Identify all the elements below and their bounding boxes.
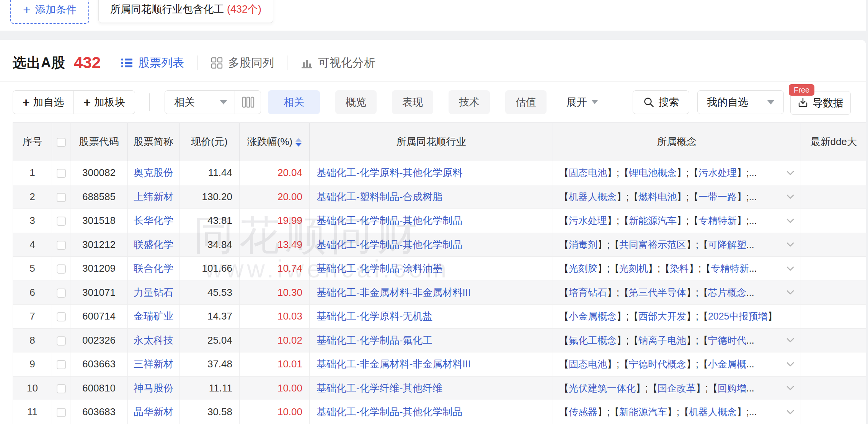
view-tab-1[interactable]: 股票列表 [121, 55, 184, 71]
concept-link[interactable]: 锂电池概念 [629, 167, 677, 178]
industry-link[interactable]: 基础化工-化学纤维-其他纤维 [317, 382, 442, 394]
search-button[interactable]: 搜索 [633, 90, 689, 114]
expand-concepts-chevron[interactable] [785, 383, 795, 393]
concept-link[interactable]: 固态电池 [569, 359, 607, 369]
concept-link[interactable]: 专精特新 [711, 263, 749, 274]
industry-link[interactable]: 基础化工-化学原料-无机盐 [317, 310, 432, 322]
stock-name-link[interactable]: 晶华新材 [134, 406, 173, 417]
select-all-checkbox[interactable] [57, 138, 66, 147]
category-tab-5[interactable]: 估值 [505, 90, 547, 114]
row-checkbox[interactable] [57, 408, 66, 417]
my-watchlist-dropdown[interactable]: 我的自选 [697, 90, 784, 114]
stock-name-link[interactable]: 奥克股份 [134, 167, 173, 178]
concept-link[interactable]: 污水处理 [698, 167, 737, 178]
concept-link[interactable]: 培育钻石 [569, 287, 607, 298]
row-checkbox[interactable] [57, 264, 66, 274]
expand-concepts-chevron[interactable] [785, 192, 795, 202]
add-watchlist-button[interactable]: + 加自选 [13, 91, 73, 114]
chevron-down-icon [785, 383, 795, 393]
concept-link[interactable]: 燃料电池 [638, 191, 677, 202]
concept-link[interactable]: 固态电池 [569, 167, 607, 178]
concept-link[interactable]: 第三代半导体 [629, 287, 686, 298]
concept-link[interactable]: 机器人概念 [689, 406, 737, 417]
stock-name-link[interactable]: 神马股份 [134, 382, 173, 394]
cell-price: 43.81 [179, 209, 240, 233]
concept-link[interactable]: 一带一路 [698, 191, 737, 202]
column-settings-button[interactable] [235, 91, 261, 114]
expand-concepts-chevron[interactable] [785, 216, 795, 226]
concept-link[interactable]: 新能源汽车 [629, 215, 677, 226]
stock-name-link[interactable]: 力量钻石 [134, 287, 173, 298]
category-tab-3[interactable]: 表现 [392, 90, 433, 114]
stock-name-link[interactable]: 金瑞矿业 [134, 310, 173, 322]
industry-link[interactable]: 基础化工-化学制品-其他化学制品 [317, 239, 462, 250]
row-checkbox[interactable] [57, 312, 66, 321]
expand-concepts-chevron[interactable] [785, 335, 795, 345]
industry-link[interactable]: 基础化工-非金属材料-非金属材料III [317, 358, 471, 370]
concept-link[interactable]: 新能源汽车 [619, 406, 667, 417]
concept-link[interactable]: 光伏建筑一体化 [569, 383, 636, 393]
row-checkbox[interactable] [57, 217, 66, 226]
expand-concepts-chevron[interactable] [785, 359, 795, 369]
concept-link[interactable]: 光刻胶 [569, 263, 597, 274]
row-checkbox[interactable] [57, 193, 66, 202]
concept-link[interactable]: 染料 [670, 263, 689, 274]
industry-link[interactable]: 基础化工-化学制品-氟化工 [317, 334, 432, 346]
expand-button[interactable]: 展开 [566, 90, 598, 114]
industry-link[interactable]: 基础化工-化学制品-其他化学制品 [317, 215, 462, 226]
concept-link[interactable]: 光刻机 [619, 263, 648, 274]
category-tab-2[interactable]: 概览 [335, 90, 377, 114]
concept-link[interactable]: 芯片概念 [708, 287, 746, 298]
concept-link[interactable]: 宁德时代概念 [629, 359, 686, 369]
concept-link[interactable]: 共同富裕示范区 [619, 239, 686, 250]
view-tab-2[interactable]: 多股同列 [210, 55, 274, 71]
concept-link[interactable]: 宁德时代 [708, 335, 746, 346]
concept-link[interactable]: 污水处理 [569, 215, 607, 226]
add-board-button[interactable]: + 加板块 [73, 91, 135, 114]
stock-name-link[interactable]: 三祥新材 [134, 358, 173, 370]
concept-link[interactable]: 西部大开发 [638, 311, 686, 321]
concept-link[interactable]: 消毒剂 [569, 239, 597, 250]
concept-link[interactable]: 传感器 [569, 406, 597, 417]
industry-link[interactable]: 基础化工-化学原料-其他化学原料 [317, 167, 462, 178]
industry-link[interactable]: 基础化工-塑料制品-合成树脂 [317, 191, 442, 202]
expand-concepts-chevron[interactable] [785, 287, 795, 297]
row-checkbox[interactable] [57, 384, 66, 393]
row-checkbox[interactable] [57, 336, 66, 346]
concept-link[interactable]: 国企改革 [658, 383, 696, 393]
field-preset-dropdown[interactable]: 相关 [165, 91, 235, 114]
concept-link[interactable]: 可降解塑 [708, 239, 746, 250]
category-tab-4[interactable]: 技术 [449, 90, 490, 114]
row-checkbox[interactable] [57, 241, 66, 250]
stock-name-link[interactable]: 联合化学 [134, 263, 173, 274]
view-tab-label: 多股同列 [228, 55, 274, 71]
concept-link[interactable]: 2025中报预增 [708, 311, 768, 321]
category-tab-1[interactable]: 相关 [268, 90, 320, 114]
condition-tag[interactable]: 所属同花顺行业包含化工 (432个) [98, 0, 273, 23]
concept-link[interactable]: 机器人概念 [569, 191, 617, 202]
stock-name-link[interactable]: 长华化学 [134, 215, 173, 226]
expand-concepts-chevron[interactable] [785, 240, 795, 250]
concept-link[interactable]: 小金属概念 [569, 311, 617, 321]
free-badge: Free [789, 84, 814, 96]
expand-concepts-chevron[interactable] [785, 168, 795, 178]
stock-name-link[interactable]: 永太科技 [134, 334, 173, 346]
concept-link[interactable]: 小金属概 [708, 359, 746, 369]
row-checkbox[interactable] [57, 289, 66, 298]
concept-link[interactable]: 钠离子电池 [638, 335, 686, 346]
industry-link[interactable]: 基础化工-非金属材料-非金属材料III [317, 287, 471, 298]
concept-link[interactable]: 氟化工概念 [569, 335, 617, 346]
concept-link[interactable]: 回购增 [718, 383, 746, 393]
stock-name-link[interactable]: 上纬新材 [134, 191, 173, 202]
industry-link[interactable]: 基础化工-化学制品-涂料油墨 [317, 263, 442, 274]
add-condition-button[interactable]: + 添加条件 [10, 0, 89, 24]
row-checkbox[interactable] [57, 360, 66, 369]
expand-concepts-chevron[interactable] [785, 407, 795, 417]
view-tab-3[interactable]: 可视化分析 [300, 55, 375, 71]
column-header-change-sortable[interactable]: 涨跌幅(%) [240, 123, 310, 161]
row-checkbox[interactable] [57, 169, 66, 178]
industry-link[interactable]: 基础化工-化学制品-其他化学制品 [317, 406, 462, 417]
concept-link[interactable]: 专精特新 [698, 215, 737, 226]
expand-concepts-chevron[interactable] [785, 264, 795, 274]
stock-name-link[interactable]: 联盛化学 [134, 239, 173, 250]
